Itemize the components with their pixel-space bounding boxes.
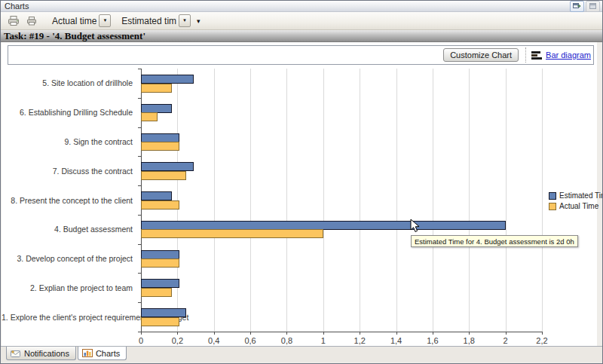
tab-label: Charts [96,349,120,358]
bar-actual-time[interactable] [141,288,172,297]
toolbar-overflow-icon[interactable]: ▾ [197,18,200,24]
printer-glyph [8,16,20,26]
x-axis [141,332,543,332]
bottom-tabbar: Notifications Charts [1,346,602,362]
window-title: Charts [5,2,29,11]
chart-icon [82,349,93,357]
bar-actual-time[interactable] [141,112,158,121]
legend-item: Estimated Time [549,191,603,200]
bar-actual-time[interactable] [141,229,323,238]
y-axis-tick [138,244,141,245]
gridline [214,69,215,332]
y-axis-tick [138,302,141,303]
bar-actual-time[interactable] [141,317,179,326]
print-icon[interactable] [5,14,22,28]
x-tick-label: 1,2 [344,336,375,345]
bar-estimated-time[interactable] [141,308,186,317]
x-tick-label: 0,2 [162,336,192,345]
bar-estimated-time[interactable] [141,221,506,230]
bar-estimated-time[interactable] [141,133,179,142]
y-axis-tick [138,185,141,186]
chart-tooltip: Estimated Time for 4. Budget assessment … [411,235,578,247]
tab-charts[interactable]: Charts [78,347,127,360]
bar-estimated-time[interactable] [141,279,179,288]
estimated-time-filter-label: Estimated tim [121,16,176,26]
envelope-icon [11,350,21,357]
bar-actual-time[interactable] [141,171,186,180]
charts-window: Charts [0,0,603,364]
actual-time-dropdown-button[interactable]: ▼ [99,14,111,27]
gridline [469,69,470,332]
y-axis-tick [138,98,141,99]
window-arrow-glyph [573,3,581,10]
legend-swatch [549,203,556,210]
float-window-icon[interactable] [570,1,584,12]
y-axis-tick [138,215,141,216]
bar-estimated-time[interactable] [141,162,194,171]
bar-actual-time[interactable] [141,200,179,210]
print-preview-icon[interactable] [23,14,40,28]
panel-glyph [589,3,596,9]
bar-actual-time[interactable] [141,258,179,268]
gridline [250,69,251,332]
y-axis-tick [138,156,141,157]
chart-legend: Estimated TimeActual Time [549,191,603,210]
chart-view: Customize Chart Bar diagram 00,20,40,60,… [1,42,602,346]
x-tick-label: 0,4 [199,336,229,345]
category-label: 1. Explore the client's project requirem… [2,313,137,322]
x-tick-label: 1,8 [454,336,484,345]
gridline [323,69,324,332]
gridline [542,69,543,332]
minimize-window-icon[interactable] [586,1,600,12]
bar-estimated-time[interactable] [141,104,172,113]
category-label: 2. Explian the project to team [2,283,137,292]
y-axis-tick [138,273,141,274]
category-label: 7. Discuss the contract [2,167,137,176]
x-tick-label: 0,8 [271,336,302,345]
category-label: 8. Present the concept to the client [2,196,137,205]
legend-label: Actual Time [559,202,598,210]
legend-item: Actual Time [549,202,603,210]
bar-estimated-time[interactable] [141,191,172,200]
tab-notifications[interactable]: Notifications [6,347,76,360]
x-tick-label: 0,6 [235,336,265,345]
x-tick-label: 1 [308,336,338,345]
y-axis-tick [138,69,141,69]
bar-estimated-time[interactable] [141,75,194,84]
titlebar: Charts [1,1,602,12]
gridline [286,69,287,332]
category-label: 9. Sign the contract [2,137,137,146]
category-label: 3. Develop concept of the project [2,254,137,263]
bar-chart: 00,20,40,60,811,21,41,61,822,25. Site lo… [2,42,597,346]
x-tick-label: 0 [126,336,156,345]
category-label: 6. Establishing Drilling Schedule [2,108,137,117]
actual-time-filter-label: Actual time [52,16,96,26]
y-axis-tick [138,332,141,332]
legend-label: Estimated Time [559,191,603,200]
mouse-cursor [410,219,420,236]
gridline [360,69,360,332]
x-tick-label: 2,2 [527,336,557,345]
printer-small-glyph [26,17,37,26]
gridline [433,69,433,332]
cursor-arrow-glyph [410,219,420,233]
gridline [396,69,397,332]
bar-actual-time[interactable] [141,142,179,151]
y-axis-tick [138,127,141,128]
category-label: 4. Budget assessment [2,225,137,234]
bar-estimated-time[interactable] [141,250,179,259]
x-tick-label: 1,4 [381,336,412,345]
gridline [506,69,507,332]
category-label: 5. Site location of drillhole [2,78,137,87]
tab-label: Notifications [24,349,69,358]
task-header: Task: #19 - '4. Budget assessment' [1,30,602,42]
legend-swatch [549,192,556,200]
toolbar: Actual time ▼ Estimated tim ▼ ▾ [1,12,602,30]
estimated-time-dropdown-button[interactable]: ▼ [179,14,191,27]
x-tick-label: 1,6 [418,336,448,345]
x-tick-label: 2 [491,336,521,345]
bar-actual-time[interactable] [141,84,172,93]
window-controls [570,1,600,12]
